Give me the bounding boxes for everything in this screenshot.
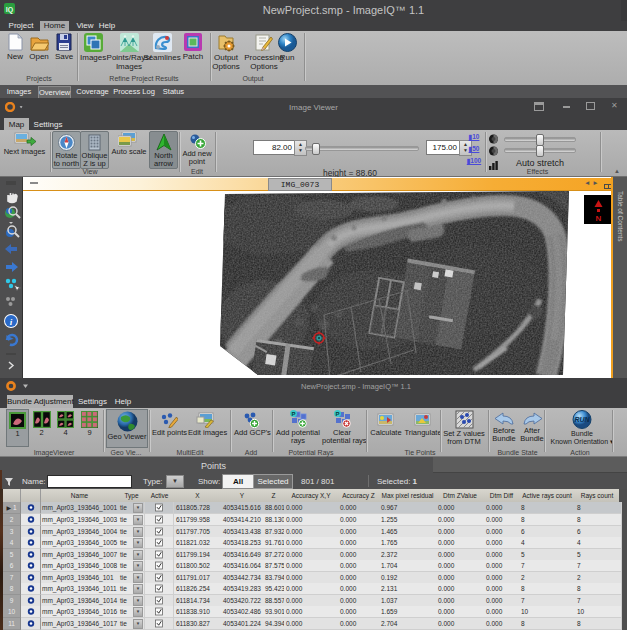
svg-text:IQ: IQ	[6, 6, 14, 14]
svg-text:RUN: RUN	[574, 416, 590, 423]
svg-text:N: N	[596, 214, 602, 223]
svg-text:P: P	[335, 411, 339, 417]
svg-text:P: P	[291, 411, 295, 417]
